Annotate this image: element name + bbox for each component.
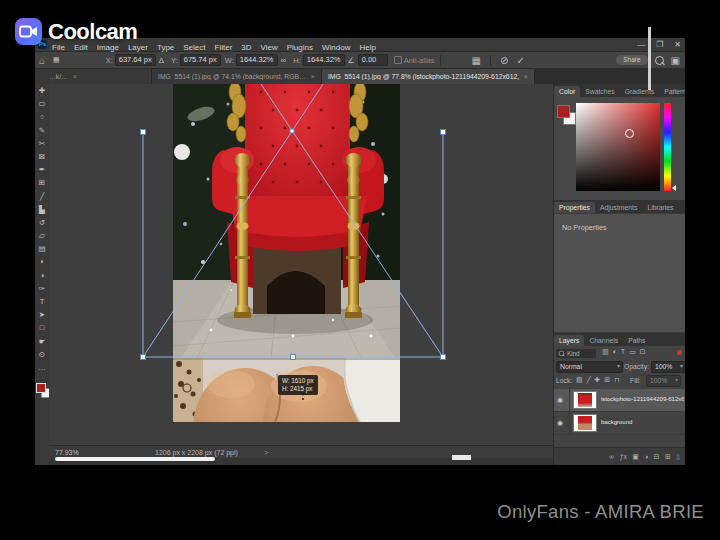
path-selection-tool[interactable]: ➤ (35, 308, 49, 321)
w-value-field[interactable]: 1644.32% (236, 54, 278, 66)
crop-tool[interactable]: ✂ (35, 137, 49, 150)
delete-layer-icon[interactable]: ▯ (676, 453, 680, 461)
filter-toggle-icon[interactable] (677, 350, 682, 355)
dodge-tool[interactable]: ◑ (35, 269, 49, 282)
zoom-level-field[interactable]: 77.93% (55, 449, 95, 456)
y-value-field[interactable]: 675.74 px (180, 54, 221, 66)
adjustment-layer-icon[interactable]: ◑ (644, 453, 648, 460)
hand-tool[interactable]: ☛ (35, 335, 49, 348)
menu-item-filter[interactable]: Filter (215, 43, 233, 52)
document-tab-0[interactable]: …k/…× (35, 69, 152, 84)
tab-color[interactable]: Color (554, 86, 580, 97)
hue-slider[interactable] (664, 103, 671, 191)
layer-style-icon[interactable]: ƒx (620, 453, 627, 460)
layer-thumbnail[interactable] (574, 415, 596, 431)
transform-handle-bottom-left[interactable] (141, 355, 146, 360)
transform-handle-bottom-center[interactable] (291, 355, 296, 360)
transform-handle-right[interactable] (441, 130, 446, 135)
edit-toolbar-icon[interactable]: … (35, 361, 49, 374)
hue-slider-marker[interactable] (672, 185, 676, 191)
layer-group-icon[interactable]: ⊟ (654, 453, 660, 461)
shape-filter-icon[interactable]: ▭ (629, 348, 636, 356)
tab-channels[interactable]: Channels (584, 335, 623, 346)
link-layers-icon[interactable]: ∞ (609, 453, 614, 460)
menu-item-plugins[interactable]: Plugins (287, 43, 313, 52)
tab-close-icon[interactable]: × (524, 73, 528, 80)
kind-filter-label[interactable]: Kind (567, 350, 580, 357)
tab-patterns[interactable]: Patterns (659, 86, 685, 97)
layer-name[interactable]: background (601, 419, 684, 425)
color-field[interactable] (576, 103, 660, 191)
lasso-tool[interactable]: ○ (35, 110, 49, 123)
lock-artboard-icon[interactable]: ⊞ (604, 376, 610, 384)
blend-mode-select[interactable]: Normal▾ (556, 361, 623, 373)
adjustment-filter-icon[interactable]: ◐ (613, 348, 617, 356)
move-tool[interactable]: ✚ (35, 84, 49, 97)
document-tab-1[interactable]: IMG_5514 (1).jpg @ 74.1% (background, RG… (152, 69, 322, 84)
tab-paths[interactable]: Paths (623, 335, 650, 346)
shape-tool[interactable]: □ (35, 321, 49, 334)
color-swatch-control[interactable] (35, 380, 49, 402)
search-icon[interactable] (655, 56, 664, 65)
tab-layers[interactable]: Layers (554, 335, 584, 346)
tab-swatches[interactable]: Swatches (580, 86, 619, 97)
lock-position-icon[interactable]: ✚ (595, 376, 601, 384)
tab-close-icon[interactable]: × (73, 73, 77, 80)
lock-paint-icon[interactable]: ╱ (586, 376, 590, 384)
scrollbar-thumb[interactable] (55, 457, 215, 461)
type-filter-icon[interactable]: T (621, 348, 625, 356)
tab-adjustments[interactable]: Adjustments (595, 202, 642, 213)
canvas-area[interactable]: W: 1610 px H: 2415 px (49, 84, 553, 445)
status-menu-chevron[interactable]: > (264, 449, 268, 456)
foreground-color-swatch[interactable] (557, 105, 570, 118)
quick-selection-tool[interactable]: ✎ (35, 124, 49, 137)
menu-item-window[interactable]: Window (322, 43, 350, 52)
close-button[interactable]: ✕ (674, 40, 681, 49)
tab-properties[interactable]: Properties (554, 202, 595, 213)
angle-value-field[interactable]: 0.00 (358, 54, 388, 66)
lock-transparency-icon[interactable]: ▨ (576, 376, 582, 384)
blur-tool[interactable]: ◗ (35, 255, 49, 268)
cancel-transform-icon[interactable]: ⊘ (500, 55, 508, 66)
layer-mask-icon[interactable]: ▣ (632, 453, 638, 461)
fill-field[interactable]: 100%▾ (646, 375, 681, 387)
share-button[interactable]: Share (616, 55, 647, 65)
layer-search-box[interactable]: Kind (556, 349, 596, 358)
opacity-field[interactable]: 100%▾ (651, 361, 685, 373)
visibility-eye-icon[interactable]: ◉ (557, 396, 563, 404)
menu-item-select[interactable]: Select (183, 43, 205, 52)
menu-item-type[interactable]: Type (157, 43, 174, 52)
minimize-button[interactable]: — (637, 40, 645, 49)
layer-row-istockphoto[interactable]: ◉ istockphoto-1211944209-612x612 (554, 389, 685, 412)
restore-button[interactable]: ❐ (656, 40, 663, 49)
menu-item-help[interactable]: Help (359, 43, 375, 52)
anti-alias-checkbox[interactable] (394, 56, 402, 64)
pen-tool[interactable]: ✑ (35, 282, 49, 295)
healing-brush-tool[interactable]: ⊞ (35, 176, 49, 189)
menu-item-view[interactable]: View (261, 43, 278, 52)
marquee-tool[interactable]: ▭ (35, 97, 49, 110)
reference-point-icon[interactable]: ▦ (53, 56, 60, 64)
type-tool[interactable]: T (35, 295, 49, 308)
x-value-field[interactable]: 637.64 px (115, 54, 156, 66)
commit-transform-icon[interactable]: ✓ (516, 55, 524, 66)
eyedropper-tool[interactable]: ✒ (35, 163, 49, 176)
visibility-eye-icon[interactable]: ◉ (557, 419, 563, 427)
history-brush-tool[interactable]: ↺ (35, 216, 49, 229)
zoom-tool[interactable]: ⊙ (35, 348, 49, 361)
layer-row-background[interactable]: ◉ background (554, 412, 685, 435)
tab-libraries[interactable]: Libraries (642, 202, 678, 213)
layer-thumbnail[interactable] (574, 392, 596, 408)
warp-mode-icon[interactable]: ▦ (472, 55, 481, 66)
eraser-tool[interactable]: ▱ (35, 229, 49, 242)
transform-handle-bottom-right[interactable] (441, 355, 446, 360)
lock-all-icon[interactable]: ⊓ (614, 376, 619, 384)
transform-handle-left[interactable] (141, 130, 146, 135)
gradient-tool[interactable]: ▤ (35, 242, 49, 255)
color-field-marker[interactable] (625, 129, 634, 138)
frame-tool[interactable]: ⊠ (35, 150, 49, 163)
layer-name[interactable]: istockphoto-1211944209-612x612 (601, 396, 684, 402)
pixel-filter-icon[interactable]: ▥ (602, 348, 609, 356)
tab-close-icon[interactable]: × (311, 73, 315, 80)
foreground-color-swatch[interactable] (36, 383, 46, 393)
